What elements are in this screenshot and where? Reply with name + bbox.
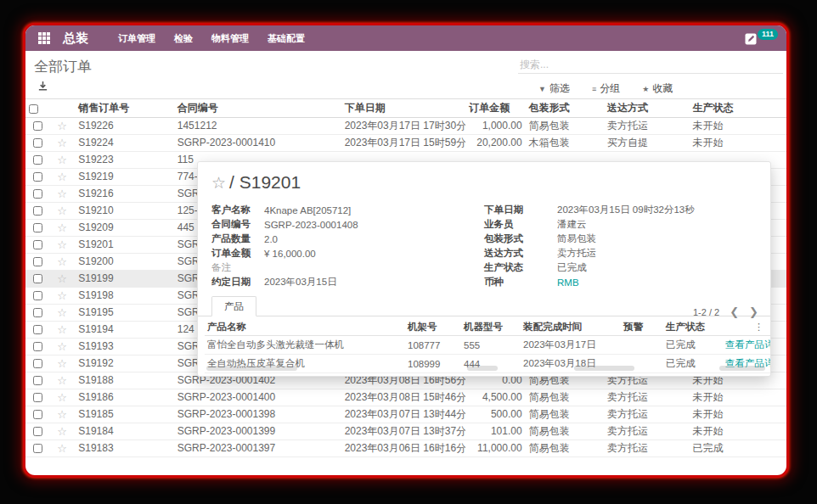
col-header-amount[interactable]: 订单金额 — [465, 99, 525, 117]
group-icon: ≡ — [592, 85, 596, 93]
cell-order-date: 2023年03月06日 16时16分55秒 — [341, 440, 466, 456]
row-checkbox[interactable] — [33, 342, 42, 351]
row-star-cell: ☆ — [49, 423, 75, 440]
row-checkbox-cell — [25, 219, 49, 236]
favorite-star-icon[interactable]: ☆ — [57, 204, 67, 217]
field-label: 下单日期 — [484, 204, 557, 216]
col-header-contract-number[interactable]: 合同编号 — [174, 99, 341, 117]
row-checkbox[interactable] — [33, 274, 42, 283]
row-checkbox[interactable] — [33, 121, 42, 131]
favorite-star-icon[interactable]: ☆ — [57, 120, 67, 132]
row-checkbox[interactable] — [33, 291, 42, 300]
cell-order-date: 2023年03月07日 13时37分31秒 — [341, 423, 466, 440]
favorites-button[interactable]: ★ 收藏 — [642, 81, 673, 96]
field-label: 产品数量 — [211, 232, 264, 245]
col-header-packaging[interactable]: 包装形式 — [526, 99, 604, 117]
row-checkbox[interactable] — [33, 257, 42, 266]
field-label: 客户名称 — [211, 204, 264, 216]
apps-grid-icon[interactable] — [37, 31, 51, 45]
col-header-delivery[interactable]: 送达方式 — [604, 99, 689, 117]
row-checkbox[interactable] — [33, 376, 42, 385]
row-checkbox[interactable] — [33, 138, 42, 148]
favorite-star-icon[interactable]: ☆ — [57, 408, 67, 421]
row-checkbox[interactable] — [33, 223, 42, 232]
favorite-star-icon[interactable]: ☆ — [57, 323, 67, 336]
row-checkbox[interactable] — [33, 410, 42, 419]
favorite-star-icon[interactable]: ☆ — [211, 173, 226, 193]
row-checkbox[interactable] — [33, 155, 42, 165]
view-product-detail-link[interactable]: 查看产品详情 — [723, 336, 771, 355]
row-star-cell: ☆ — [49, 117, 75, 134]
row-checkbox[interactable] — [33, 427, 42, 436]
row-checkbox[interactable] — [33, 240, 42, 249]
cell-order-number: S19210 — [75, 202, 174, 219]
row-checkbox-cell — [25, 406, 49, 423]
favorite-star-icon[interactable]: ☆ — [57, 188, 67, 200]
chevron-right-icon[interactable]: ❯ — [749, 305, 758, 318]
table-row[interactable]: ☆S19186SGRP-2023-00014002023年03月08日 15时4… — [25, 389, 786, 406]
favorite-star-icon[interactable]: ☆ — [57, 425, 67, 438]
cell-contract-number: SGRP-2023-0001400 — [174, 389, 341, 406]
nav-menu-3[interactable]: 基础配置 — [260, 29, 313, 48]
row-checkbox[interactable] — [33, 393, 42, 402]
row-checkbox[interactable] — [33, 189, 42, 199]
search-input[interactable] — [518, 56, 783, 74]
table-row[interactable]: ☆S19183SGRP-2023-00013972023年03月06日 16时1… — [25, 440, 786, 456]
notification-badge[interactable]: 111 — [758, 29, 778, 40]
favorite-star-icon[interactable]: ☆ — [57, 306, 67, 319]
favorite-star-icon[interactable]: ☆ — [57, 272, 67, 285]
cell-order-number: S19185 — [75, 406, 174, 423]
table-row[interactable]: ☆S19224SGRP-2023-00014102023年03月17日 15时5… — [25, 134, 786, 151]
field-value: SGRP-2023-0001408 — [264, 220, 358, 230]
nav-menu-1[interactable]: 检验 — [166, 29, 200, 48]
favorite-star-icon[interactable]: ☆ — [57, 154, 67, 166]
chevron-left-icon[interactable]: ❮ — [730, 305, 739, 318]
favorite-star-icon[interactable]: ☆ — [57, 221, 67, 234]
group-by-button[interactable]: ≡ 分组 — [592, 81, 620, 96]
favorite-star-icon[interactable]: ☆ — [57, 171, 67, 183]
cell-status: 未开始 — [689, 117, 786, 134]
nav-menu-0[interactable]: 订单管理 — [110, 29, 163, 48]
messages-icon[interactable] — [745, 33, 757, 45]
table-row[interactable]: ☆S1922614512122023年03月17日 17时30分21秒1,000… — [25, 117, 786, 134]
filters-button[interactable]: ▼ 筛选 — [538, 81, 570, 96]
favorite-star-icon[interactable]: ☆ — [57, 137, 67, 149]
cell-delivery: 卖方托运 — [604, 117, 689, 134]
export-download-button[interactable] — [36, 79, 50, 96]
row-checkbox[interactable] — [33, 325, 42, 334]
favorite-star-icon[interactable]: ☆ — [57, 340, 67, 353]
field-label: 订单金额 — [211, 247, 264, 260]
cell-order-number: S19188 — [75, 372, 174, 389]
tab-products[interactable]: 产品 — [211, 296, 256, 316]
select-all-checkbox[interactable] — [29, 104, 38, 114]
field-value-link[interactable]: RMB — [557, 277, 579, 288]
favorite-star-icon[interactable]: ☆ — [57, 391, 67, 404]
cell-amount: 20,200.00 — [465, 134, 525, 151]
cell-contract-number: SGRP-2023-0001410 — [174, 134, 341, 151]
col-header-machine-model: 机器型号 — [461, 318, 521, 336]
col-header-order-number[interactable]: 销售订单号 — [75, 99, 174, 117]
table-row[interactable]: ☆S19184SGRP-2023-00013992023年03月07日 13时3… — [25, 423, 786, 440]
popup-field: 备注 — [211, 260, 466, 275]
row-checkbox[interactable] — [33, 206, 42, 216]
cell-packaging: 简易包装 — [526, 117, 604, 134]
nav-menu-2[interactable]: 物料管理 — [204, 29, 256, 48]
row-checkbox[interactable] — [33, 359, 42, 368]
row-checkbox[interactable] — [33, 444, 42, 453]
favorite-star-icon[interactable]: ☆ — [57, 442, 67, 455]
favorite-star-icon[interactable]: ☆ — [57, 238, 67, 251]
row-checkbox[interactable] — [33, 172, 42, 182]
col-header-order-date[interactable]: 下单日期 — [341, 99, 466, 117]
row-star-cell: ☆ — [49, 236, 75, 253]
clipped-row — [205, 359, 765, 377]
favorite-star-icon[interactable]: ☆ — [57, 374, 67, 387]
row-star-cell: ☆ — [49, 287, 75, 304]
favorite-star-icon[interactable]: ☆ — [57, 357, 67, 370]
col-header-status[interactable]: 生产状态 — [689, 99, 786, 117]
app-title[interactable]: 总装 — [63, 31, 88, 47]
favorite-star-icon[interactable]: ☆ — [57, 289, 67, 302]
favorite-star-icon[interactable]: ☆ — [57, 255, 67, 268]
cell-delivery: 买方自提 — [604, 134, 689, 151]
row-checkbox[interactable] — [33, 308, 42, 317]
table-row[interactable]: ☆S19185SGRP-2023-00013982023年03月07日 13时4… — [25, 406, 786, 423]
